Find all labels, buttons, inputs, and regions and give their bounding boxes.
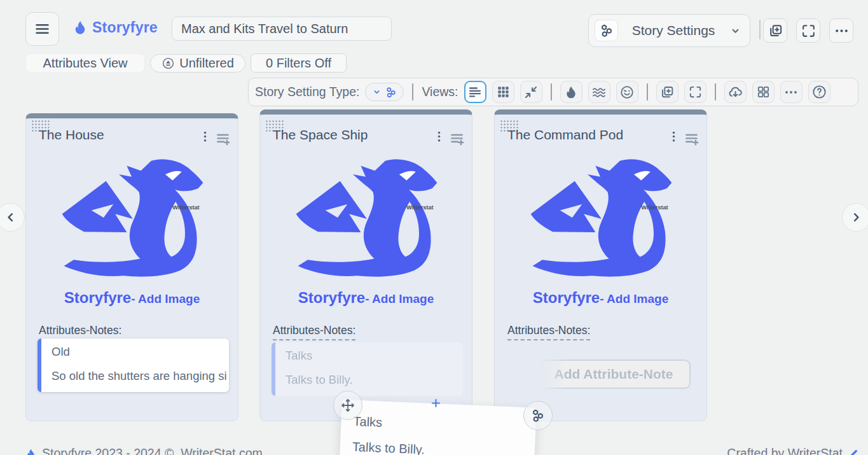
header-divider xyxy=(759,20,761,39)
help-button[interactable] xyxy=(808,81,830,103)
filter-eject-icon xyxy=(162,57,175,70)
note-body: Talks to Billy. xyxy=(286,373,353,387)
note-body: So old the shutters are hanging si xyxy=(52,369,227,383)
waves-tool-button[interactable] xyxy=(588,81,610,103)
pencil-icon xyxy=(848,448,859,455)
attributes-notes-label[interactable]: Attributes-Notes: xyxy=(507,324,590,340)
hamburger-icon xyxy=(34,20,51,38)
placeholder-image[interactable]: Writerstat Storyfyre- Add Image xyxy=(286,158,446,307)
attribute-note-ghost: Talks Talks to Billy. xyxy=(272,342,463,396)
credit-text: Crafted by WriterStat xyxy=(727,446,843,455)
story-settings-label: Story Settings xyxy=(624,23,722,38)
copy-plus-icon xyxy=(659,85,675,100)
app-logo[interactable]: Storyfyre xyxy=(72,19,158,36)
setting-type-dropdown[interactable] xyxy=(365,83,404,101)
grid-2x2-icon xyxy=(756,85,771,99)
hexagons-icon xyxy=(385,86,397,99)
list-plus-icon[interactable] xyxy=(215,131,231,148)
toolbar-divider xyxy=(551,83,552,101)
toolbar-more-button[interactable] xyxy=(780,81,803,103)
note-body: Talks to Billy. xyxy=(352,440,425,455)
fullscreen-tool-button[interactable] xyxy=(684,81,706,103)
list-plus-icon[interactable] xyxy=(684,131,700,148)
footer-credit: Crafted by WriterStat xyxy=(727,446,859,455)
chevron-down-icon xyxy=(371,87,382,97)
filters-count-chip[interactable]: 0 Filters Off xyxy=(251,53,347,73)
hexagons-icon xyxy=(599,23,614,38)
cloud-download-button[interactable] xyxy=(724,81,747,103)
chevron-down-icon xyxy=(729,24,742,38)
scroll-right-button[interactable] xyxy=(842,203,868,232)
setting-card-the-command-pod: The Command Pod Writerstat Storyfyre- Ad… xyxy=(494,109,707,421)
toolbar-divider xyxy=(647,83,648,101)
copyright-text: Storyfyre 2023 - 2024 ©. WriterStat.com xyxy=(42,446,263,455)
hamburger-menu-button[interactable] xyxy=(25,12,59,46)
grid-3x3-icon xyxy=(496,85,511,99)
note-title: Talks xyxy=(286,349,312,363)
scroll-left-button[interactable] xyxy=(0,203,25,232)
apps-grid-button[interactable] xyxy=(752,81,775,103)
grid-view-button[interactable] xyxy=(492,81,514,103)
card-title: The Command Pod xyxy=(507,127,623,143)
card-title: The House xyxy=(39,127,104,143)
hexagons-iconbox xyxy=(595,20,618,41)
toolbar-divider xyxy=(715,83,716,101)
story-settings-dropdown[interactable]: Story Settings xyxy=(588,14,750,47)
ellipsis-icon xyxy=(783,85,799,100)
hexagons-icon xyxy=(530,408,546,423)
more-options-button[interactable] xyxy=(829,18,853,43)
kebab-menu-icon[interactable] xyxy=(198,130,212,143)
dragon-logo-image: Writerstat xyxy=(287,158,446,280)
attribute-note[interactable]: Old So old the shutters are hanging si xyxy=(38,339,229,392)
kebab-menu-icon[interactable] xyxy=(667,130,680,143)
list-plus-icon[interactable] xyxy=(449,131,465,148)
card-title: The Space Ship xyxy=(273,127,368,143)
kebab-menu-icon[interactable] xyxy=(432,130,446,143)
chevron-right-icon xyxy=(849,210,864,225)
move-arrows-icon xyxy=(340,398,355,413)
placeholder-image[interactable]: Writerstat Storyfyre- Add Image xyxy=(52,158,212,307)
footer-copyright: Storyfyre 2023 - 2024 ©. WriterStat.com xyxy=(25,446,263,455)
collapse-arrows-icon xyxy=(523,85,539,100)
collapse-view-button[interactable] xyxy=(520,81,542,103)
watermark-text: Writerstat xyxy=(172,204,199,211)
face-tool-button[interactable] xyxy=(616,81,638,103)
unfiltered-chip[interactable]: Unfiltered xyxy=(150,54,245,73)
fullscreen-icon xyxy=(801,23,816,39)
add-note-plus-icon[interactable] xyxy=(430,397,442,409)
flame-tool-button[interactable] xyxy=(560,81,582,103)
dragon-logo-image: Writerstat xyxy=(521,158,680,280)
views-label: Views: xyxy=(422,85,458,99)
fullscreen-button[interactable] xyxy=(796,18,820,43)
hexagons-badge[interactable] xyxy=(523,401,553,430)
watermark-text: Writerstat xyxy=(406,204,433,211)
flame-icon xyxy=(25,447,36,455)
copy-plus-icon xyxy=(768,23,783,39)
add-image-line[interactable]: Storyfyre- Add Image xyxy=(521,289,681,307)
duplicate-button[interactable] xyxy=(763,18,787,43)
waves-icon xyxy=(591,85,607,100)
attributes-view-chip[interactable]: Attributes View xyxy=(25,53,145,73)
story-title-field[interactable]: Max and Kits Travel to Saturn xyxy=(172,17,392,41)
watermark-text: Writerstat xyxy=(641,204,668,211)
duplicate-tool-button[interactable] xyxy=(656,81,679,103)
add-image-line[interactable]: Storyfyre- Add Image xyxy=(286,289,446,307)
toolbar-divider xyxy=(412,83,413,101)
list-view-button[interactable] xyxy=(464,81,486,103)
note-title: Old xyxy=(52,345,70,359)
add-attribute-note-button[interactable]: Add Attribute-Note xyxy=(537,360,691,389)
placeholder-image[interactable]: Writerstat Storyfyre- Add Image xyxy=(521,158,681,307)
fullscreen-icon xyxy=(688,85,703,99)
cloud-download-icon xyxy=(727,84,743,100)
move-cursor-badge[interactable] xyxy=(333,391,362,420)
add-image-line[interactable]: Storyfyre- Add Image xyxy=(52,289,212,307)
storyfyre-app: Storyfyre Max and Kits Travel to Saturn … xyxy=(0,0,868,455)
dragon-logo-image: Writerstat xyxy=(53,158,212,280)
flame-icon xyxy=(564,85,578,99)
note-title: Talks xyxy=(353,414,383,430)
align-left-icon xyxy=(467,85,483,100)
attributes-notes-label[interactable]: Attributes-Notes: xyxy=(273,324,355,340)
filters-count-label: 0 Filters Off xyxy=(266,56,331,71)
attributes-view-label: Attributes View xyxy=(43,56,127,71)
setting-card-the-space-ship: The Space Ship Writerstat Storyfyre- Add… xyxy=(259,109,472,421)
